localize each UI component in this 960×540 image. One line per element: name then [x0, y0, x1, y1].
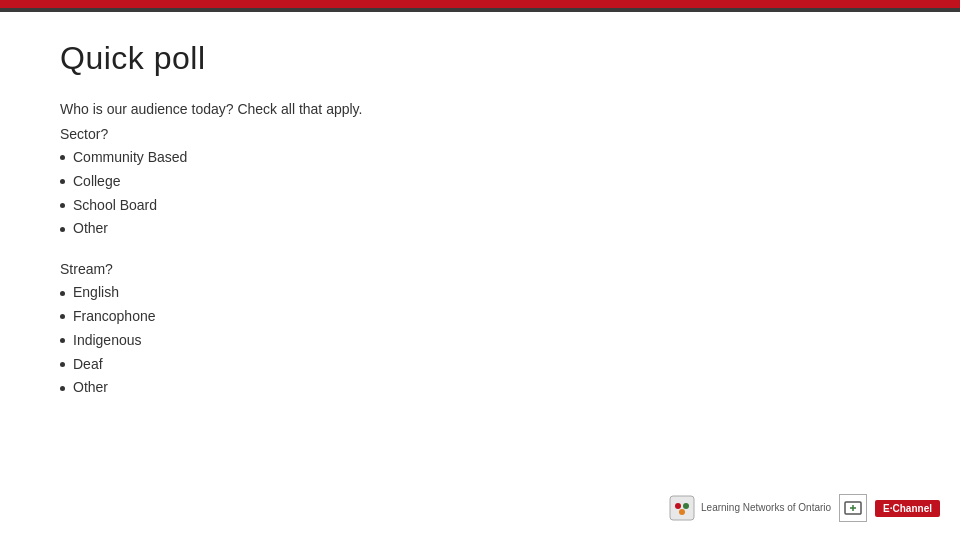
sector-label: Sector? — [60, 126, 900, 142]
kb-icon — [839, 494, 867, 522]
bullet-icon — [60, 203, 65, 208]
stream-item-1: English — [73, 281, 119, 305]
bullet-icon — [60, 386, 65, 391]
lno-text: Learning Networks of Ontario — [701, 502, 831, 514]
sector-item-1: Community Based — [73, 146, 187, 170]
echannel-badge: E·Channel — [875, 500, 940, 517]
list-item: Other — [60, 376, 900, 400]
page-title: Quick poll — [60, 40, 900, 77]
svg-point-3 — [679, 509, 685, 515]
svg-point-1 — [675, 503, 681, 509]
sector-item-2: College — [73, 170, 120, 194]
list-item: Deaf — [60, 353, 900, 377]
stream-item-2: Francophone — [73, 305, 156, 329]
stream-list: English Francophone Indigenous Deaf Othe… — [60, 281, 900, 400]
stream-item-3: Indigenous — [73, 329, 142, 353]
bullet-icon — [60, 291, 65, 296]
sector-list: Community Based College School Board Oth… — [60, 146, 900, 241]
stream-item-4: Deaf — [73, 353, 103, 377]
stream-label: Stream? — [60, 261, 900, 277]
list-item: Community Based — [60, 146, 900, 170]
list-item: English — [60, 281, 900, 305]
bullet-icon — [60, 362, 65, 367]
list-item: Francophone — [60, 305, 900, 329]
list-item: School Board — [60, 194, 900, 218]
bullet-icon — [60, 338, 65, 343]
sector-item-4: Other — [73, 217, 108, 241]
svg-point-2 — [683, 503, 689, 509]
svg-rect-0 — [670, 496, 694, 520]
bullet-icon — [60, 179, 65, 184]
intro-text: Who is our audience today? Check all tha… — [60, 99, 900, 120]
lno-icon — [668, 494, 696, 522]
bullet-icon — [60, 227, 65, 232]
main-content: Quick poll Who is our audience today? Ch… — [0, 12, 960, 440]
list-item: Other — [60, 217, 900, 241]
bullet-icon — [60, 314, 65, 319]
lno-logo: Learning Networks of Ontario — [668, 494, 831, 522]
list-item: Indigenous — [60, 329, 900, 353]
bullet-icon — [60, 155, 65, 160]
stream-item-5: Other — [73, 376, 108, 400]
list-item: College — [60, 170, 900, 194]
footer-logos: Learning Networks of Ontario E·Channel — [668, 494, 940, 522]
top-red-bar — [0, 0, 960, 8]
sector-item-3: School Board — [73, 194, 157, 218]
